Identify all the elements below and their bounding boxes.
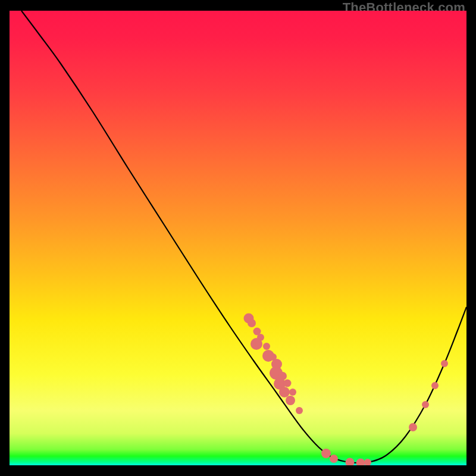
- data-marker: [296, 407, 303, 414]
- data-marker: [250, 338, 262, 350]
- data-marker: [431, 382, 439, 389]
- data-marker: [330, 455, 338, 463]
- bottleneck-curve: [10, 11, 466, 465]
- data-marker: [346, 458, 355, 466]
- chart-stage: TheBottleneck.com: [0, 0, 476, 476]
- data-marker: [364, 459, 371, 465]
- data-marker: [289, 389, 296, 396]
- data-marker: [286, 396, 295, 405]
- data-marker: [263, 343, 270, 350]
- data-marker: [284, 380, 292, 387]
- data-marker: [321, 449, 331, 458]
- gradient-plot-area: [10, 11, 466, 465]
- data-marker: [409, 423, 417, 431]
- data-marker: [422, 401, 429, 408]
- curve-line: [21, 11, 466, 463]
- data-marker: [441, 360, 448, 367]
- data-marker: [279, 387, 290, 397]
- data-marker: [248, 319, 256, 327]
- data-marker: [356, 459, 365, 466]
